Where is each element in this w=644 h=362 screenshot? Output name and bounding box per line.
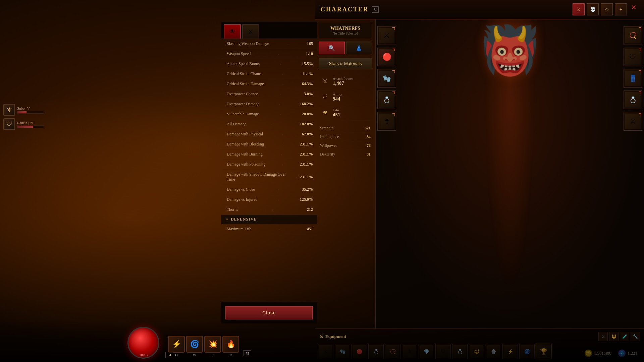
close-button[interactable]: Close	[225, 306, 313, 319]
stat-name: Damage vs Close	[227, 187, 255, 192]
equip-slot-weapon-main[interactable]: 🗡	[377, 112, 396, 131]
equip-slot-pants[interactable]: 👖	[624, 69, 642, 88]
wardrobe-btn[interactable]: 👗	[346, 42, 372, 54]
stat-arrow-icon: ›	[278, 52, 279, 56]
slot-corner	[639, 49, 641, 51]
eye-icon: 👁	[229, 28, 235, 35]
core-stat-armor: 🛡 Armor 944	[319, 89, 372, 105]
hotkey-w: W	[193, 353, 196, 357]
character-stats-info: WHATNERFS No Title Selected 🔍 👗 Stats & …	[315, 19, 376, 328]
character-title: No Title Selected	[323, 31, 368, 35]
slot-corner	[639, 70, 641, 73]
hud-bottom: 10/10 54 ⚡ Q 🌀 W 💥 E 🔥 R 75	[0, 322, 644, 362]
hotkey-r: R	[230, 353, 232, 357]
party-frames: 🗡 Subo | V 🛡 Raheir | IV	[3, 104, 44, 130]
codex-icon: ✦	[619, 7, 623, 12]
character-art: 👹	[480, 19, 540, 328]
stat-row: Damage with Poisoning › 231.1%	[221, 160, 317, 170]
equip-slot-ring1[interactable]: 💍	[377, 90, 396, 109]
stat-arrow-icon: ›	[282, 132, 283, 136]
stat-name: Maximum Life	[227, 227, 251, 232]
core-stat-life: ❤ Life 451	[319, 105, 372, 121]
party-hp-bar-2	[17, 125, 44, 128]
slot-icon: ⚔	[379, 28, 394, 43]
stats-materials-button[interactable]: Stats & Materials	[319, 58, 372, 69]
attr-name: Intelligence	[320, 134, 339, 139]
health-text: 10/10	[139, 353, 148, 357]
stat-arrow-icon: ›	[279, 102, 280, 106]
stat-row: Slashing Weapon Damage › 165	[221, 39, 317, 49]
stat-arrow-icon: ›	[280, 112, 281, 116]
skill-slot-r[interactable]: 🔥	[222, 336, 239, 353]
stat-arrow-icon: ›	[282, 82, 283, 86]
equip-slot-amulet[interactable]: 📿	[624, 26, 642, 45]
stat-value: 3.0%	[304, 92, 313, 97]
core-stat-info: Life 451	[333, 108, 371, 118]
character-figure: 👹	[481, 23, 539, 78]
character-panel-title: CHARACTER	[321, 6, 369, 13]
stat-arrow-icon: ›	[282, 163, 283, 166]
attributes-section: Strength 621 Intelligence 84 Willpower 7…	[319, 124, 372, 159]
equip-slot-gloves[interactable]: 🧤	[377, 69, 396, 88]
slot-icon: 💍	[379, 92, 394, 108]
skill-slot-w[interactable]: 🌀	[186, 336, 203, 353]
core-stat-value: 451	[333, 112, 371, 118]
stat-arrow-icon: ›	[278, 188, 279, 191]
stat-row: Damage with Physical › 67.0%	[221, 129, 317, 139]
attr-value: 81	[367, 152, 371, 157]
stat-value: 11.1%	[302, 71, 313, 76]
header-skills-icon-btn[interactable]: 💀	[587, 3, 599, 15]
collapse-arrow-icon: ▼	[225, 218, 229, 221]
stat-value: 231.1%	[300, 175, 313, 180]
tab-equipment[interactable]: ⚔	[242, 24, 259, 39]
skill-slot-e[interactable]: 💥	[204, 336, 221, 353]
close-x-button[interactable]: ✕	[629, 3, 639, 15]
offensive-stats-section: Slashing Weapon Damage › 165 Weapon Spee…	[221, 39, 317, 215]
stat-row: Weapon Speed › 1.10	[221, 49, 317, 59]
equip-slot-helm[interactable]: ⚔	[377, 26, 396, 45]
attribute-row-strength: Strength 621	[319, 124, 372, 133]
slot-corner	[392, 113, 395, 116]
header-codex-icon-btn[interactable]: ✦	[615, 3, 627, 15]
stat-value: 168.2%	[300, 102, 313, 107]
stat-name: Overpower Damage	[227, 102, 259, 107]
slot-corner	[392, 92, 395, 94]
party-name-1: Subo | V	[17, 106, 44, 110]
stat-arrow-icon: ›	[282, 72, 283, 76]
equip-slot-shoulders[interactable]: 🛡	[624, 48, 642, 66]
stat-name: Damage with Poisoning	[227, 162, 265, 167]
tab-stats[interactable]: 👁	[224, 24, 241, 39]
core-stats: ⚔ Attack Power 1,407 🛡 Armor 944 ❤ Life …	[319, 73, 372, 121]
stat-name: Damage with Bleeding	[227, 142, 264, 147]
stat-row: Vulnerable Damage › 20.0%	[221, 109, 317, 119]
stat-value: 451	[307, 227, 313, 232]
stat-row: Damage vs Close › 35.2%	[221, 185, 317, 195]
stat-row: Critical Strike Chance › 11.1%	[221, 69, 317, 79]
stat-arrow-icon: ›	[278, 227, 279, 231]
equip-slot-chest[interactable]: 🔴	[377, 48, 396, 66]
slot-icon: 📿	[625, 28, 641, 43]
equip-slot-offhand[interactable]: ⚔	[624, 112, 642, 131]
header-class-icon-btn[interactable]: ⚔	[573, 3, 585, 15]
stat-arrow-icon: ›	[272, 122, 273, 126]
stat-arrow-icon: ›	[280, 62, 281, 66]
stat-name: Damage with Physical	[227, 132, 263, 137]
equip-slot-ring2[interactable]: 💍	[624, 90, 642, 109]
slot-icon: 🔴	[379, 49, 394, 65]
stat-arrow-icon: ›	[281, 153, 282, 156]
stats-panel: 👁 ⚔ Slashing Weapon Damage › 165 Weapon …	[221, 22, 317, 323]
header-icons: ⚔ 💀 ◇ ✦ ✕	[573, 3, 639, 15]
attr-value: 78	[367, 143, 371, 148]
slot-icon: 🧤	[379, 71, 394, 86]
header-paragon-icon-btn[interactable]: ◇	[601, 3, 613, 15]
stat-value: 67.0%	[302, 132, 313, 137]
skills-icon: 💀	[590, 7, 596, 12]
stat-value: 182.0%	[300, 122, 313, 127]
character-name-box: WHATNERFS No Title Selected	[319, 23, 372, 38]
stat-name: Slashing Weapon Damage	[227, 41, 269, 46]
inspect-btn[interactable]: 🔍	[319, 42, 345, 54]
character-panel: CHARACTER C ⚔ 💀 ◇ ✦ ✕	[315, 0, 644, 362]
skill-slot-q[interactable]: ⚡	[168, 336, 185, 353]
slot-icon: 👖	[625, 71, 641, 86]
stats-scroll-area[interactable]: Slashing Weapon Damage › 165 Weapon Spee…	[221, 39, 317, 302]
